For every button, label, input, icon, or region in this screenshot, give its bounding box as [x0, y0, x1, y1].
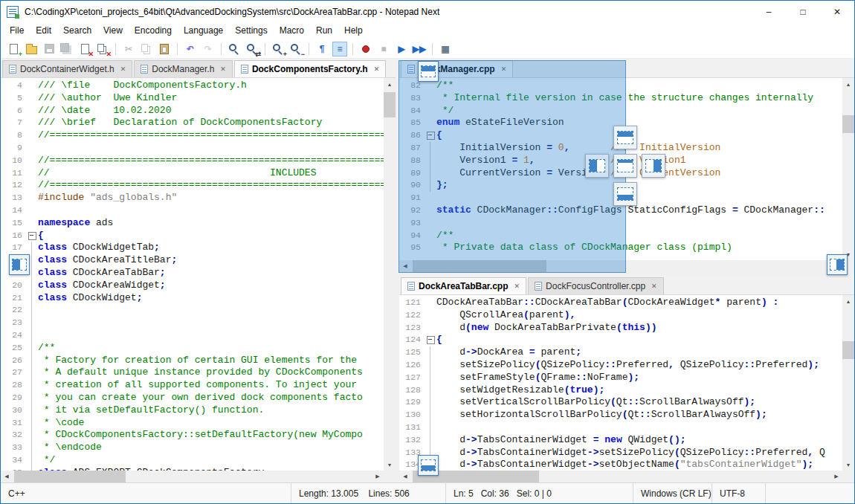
- scroll-up-arrow-icon[interactable]: ▲: [384, 78, 396, 90]
- dock-indicator-right[interactable]: [642, 154, 665, 178]
- scrollbar-thumb[interactable]: [384, 92, 396, 117]
- redo-button[interactable]: ↷: [201, 42, 215, 56]
- new-file-button[interactable]: +: [7, 42, 20, 56]
- replace-button[interactable]: ⇄: [245, 42, 259, 56]
- zoom-out-badge: −: [301, 51, 305, 58]
- code-text: #include "ads_globals.h": [38, 192, 177, 204]
- close-all-button[interactable]: ✕: [96, 42, 109, 56]
- dock-edge-indicator-bottom[interactable]: [418, 455, 439, 476]
- horizontal-scrollbar[interactable]: ◀ ▶: [1, 471, 384, 482]
- maximize-button[interactable]: □: [786, 1, 820, 23]
- line-number: 10: [1, 155, 28, 167]
- scrollbar-thumb[interactable]: [842, 341, 854, 359]
- tab-close-icon[interactable]: ✕: [120, 65, 126, 73]
- scrollbar-thumb[interactable]: [14, 471, 126, 482]
- tab-DockAreaTabBar.cpp[interactable]: DockAreaTabBar.cpp✕: [401, 277, 526, 294]
- code-editor-left[interactable]: 4/// \file DockComponentsFactory.h5/// \…: [1, 78, 384, 471]
- fold-margin: [28, 179, 38, 192]
- line-number: 20: [1, 280, 28, 292]
- undo-button[interactable]: ↶: [184, 42, 197, 56]
- run-macro-multiple-button[interactable]: ▶▶: [413, 42, 426, 56]
- menu-file[interactable]: File: [4, 23, 30, 39]
- line-number: 12: [1, 179, 28, 192]
- menu-encoding[interactable]: Encoding: [129, 23, 178, 39]
- code-text: d->DockArea = parent;: [436, 346, 581, 359]
- save-all-button[interactable]: [60, 42, 74, 56]
- minimize-button[interactable]: –: [752, 1, 786, 23]
- code-text: /**: [38, 342, 55, 355]
- tab-DockContainerWidget.h[interactable]: DockContainerWidget.h✕: [2, 60, 132, 77]
- tab-close-icon[interactable]: ✕: [514, 282, 520, 290]
- menu-macro[interactable]: Macro: [274, 23, 310, 39]
- tab-close-icon[interactable]: ✕: [220, 65, 226, 73]
- fold-margin: [426, 409, 436, 421]
- scroll-up-arrow-icon[interactable]: ▲: [842, 295, 854, 307]
- line-number: 27: [1, 366, 28, 379]
- tab-DockManager.h[interactable]: DockManager.h✕: [134, 60, 233, 77]
- line-number: 122: [399, 309, 426, 322]
- status-encoding[interactable]: UTF-8: [712, 483, 765, 503]
- tab-close-icon[interactable]: ✕: [651, 282, 657, 290]
- dock-indicator-bottom[interactable]: [613, 182, 637, 206]
- find-button[interactable]: [228, 42, 241, 56]
- zoom-in-button[interactable]: +: [271, 42, 285, 56]
- code-line: 126 setSizePolicy(QSizePolicy::Preferred…: [399, 359, 842, 372]
- horizontal-scrollbar[interactable]: ◀ ▶: [399, 471, 842, 482]
- playback-macro-button[interactable]: ▶: [395, 42, 408, 56]
- menu-language[interactable]: Language: [178, 23, 229, 39]
- scroll-left-arrow-icon[interactable]: ◀: [1, 471, 13, 482]
- dock-edge-indicator-top[interactable]: [418, 61, 439, 82]
- dock-indicator-center[interactable]: [613, 154, 637, 178]
- zoom-out-icon: [291, 44, 298, 51]
- tab-close-icon[interactable]: ✕: [374, 65, 380, 73]
- scroll-right-arrow-icon[interactable]: ▶: [830, 471, 842, 482]
- fold-marker-icon[interactable]: [426, 334, 436, 346]
- dock-indicator-top[interactable]: [613, 126, 637, 149]
- menu-settings[interactable]: Settings: [229, 23, 273, 39]
- close-button[interactable]: ✕: [78, 42, 91, 56]
- dock-indicator-left[interactable]: [585, 154, 609, 178]
- fold-margin: [426, 309, 436, 322]
- scroll-down-arrow-icon[interactable]: ▼: [384, 459, 396, 471]
- scroll-left-arrow-icon[interactable]: ◀: [399, 471, 411, 482]
- stop-recording-button[interactable]: ■: [377, 42, 390, 56]
- paste-button[interactable]: [158, 42, 171, 56]
- tab-bar-bottom-right: DockAreaTabBar.cpp✕DockFocusController.c…: [399, 276, 854, 295]
- status-language[interactable]: C++: [1, 483, 291, 503]
- editor-settings-button[interactable]: ▦: [439, 42, 452, 56]
- tab-label: DockAreaTabBar.cpp: [419, 281, 509, 291]
- tab-DockFocusController.cpp[interactable]: DockFocusController.cpp✕: [528, 277, 664, 294]
- menu-view[interactable]: View: [97, 23, 129, 39]
- fold-margin: [28, 442, 38, 454]
- menu-run[interactable]: Run: [310, 23, 338, 39]
- menu-search[interactable]: Search: [57, 23, 97, 39]
- fold-margin: [28, 292, 38, 305]
- scroll-right-arrow-icon[interactable]: ▶: [372, 471, 384, 482]
- dock-edge-indicator-left[interactable]: [9, 254, 30, 275]
- line-number: 22: [1, 304, 28, 317]
- vertical-scrollbar[interactable]: ▲ ▼: [842, 78, 854, 260]
- menu-edit[interactable]: Edit: [30, 23, 57, 39]
- copy-button[interactable]: [140, 42, 153, 56]
- save-button[interactable]: [42, 42, 56, 56]
- cut-button[interactable]: ✂: [122, 42, 135, 56]
- record-macro-button[interactable]: [359, 42, 372, 56]
- menu-help[interactable]: Help: [338, 23, 369, 39]
- vertical-scrollbar[interactable]: ▲ ▼: [384, 78, 396, 471]
- scroll-up-arrow-icon[interactable]: ▲: [842, 78, 854, 90]
- status-eol-format[interactable]: Windows (CR LF): [633, 483, 712, 503]
- fold-marker-icon[interactable]: [28, 230, 38, 242]
- zoom-out-button[interactable]: −: [289, 42, 303, 56]
- close-button[interactable]: ✕: [820, 1, 854, 23]
- code-line: 31 * \code: [1, 417, 384, 430]
- dock-edge-indicator-right[interactable]: [827, 254, 848, 275]
- tab-DockComponentsFactory.h[interactable]: DockComponentsFactory.h✕: [234, 60, 386, 77]
- code-editor-bottom-right[interactable]: 121CDockAreaTabBar::CDockAreaTabBar(CDoc…: [399, 295, 842, 471]
- open-file-button[interactable]: [25, 42, 38, 56]
- scrollbar-thumb[interactable]: [842, 115, 854, 133]
- scroll-down-arrow-icon[interactable]: ▼: [842, 459, 854, 471]
- show-whitespace-button[interactable]: ¶: [315, 42, 329, 56]
- show-indent-guide-button[interactable]: ≡: [333, 42, 346, 56]
- vertical-scrollbar[interactable]: ▲ ▼: [842, 295, 854, 471]
- title-bar[interactable]: C:\CodingXP\cetoni_projects_64bit\QtAdva…: [1, 1, 854, 23]
